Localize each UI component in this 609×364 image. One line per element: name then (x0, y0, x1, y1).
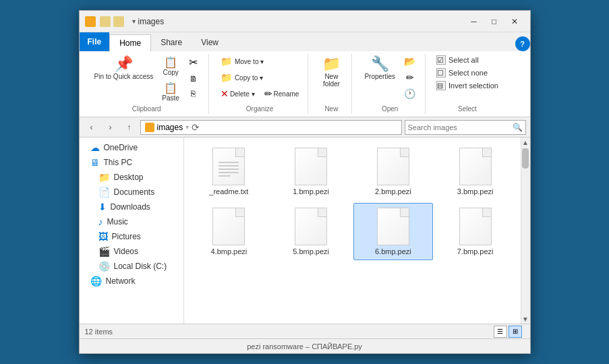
sidebar-item-thispc[interactable]: 🖥 This PC (80, 155, 183, 170)
clipboard-label: Clipboard (132, 104, 161, 114)
sidebar-item-localdisk[interactable]: 💿 Local Disk (C:) (80, 259, 183, 274)
explorer-window: ▾ images ─ □ ✕ File Home Share View ? 📌 … (79, 10, 531, 354)
file-item-file-7bmp[interactable]: 7.bmp.pezi (436, 203, 515, 260)
list-view-button[interactable]: ☰ (494, 326, 507, 338)
scrollbar[interactable]: ▲ ▼ (521, 138, 530, 324)
main-area: ☁ OneDrive 🖥 This PC 📁 Desktop 📄 Documen… (80, 138, 530, 324)
tab-home[interactable]: Home (109, 34, 151, 52)
history-icon: 🕐 (404, 88, 415, 99)
open-label: Open (382, 104, 398, 114)
close-button[interactable]: ✕ (504, 12, 525, 31)
forward-button[interactable]: › (103, 120, 119, 135)
copy-icon: 📋 (164, 56, 177, 69)
icon-view-button[interactable]: ⊞ (509, 326, 522, 338)
paste-shortcut-button[interactable]: ⎘ (184, 87, 203, 100)
ribbon-group-organize: 📁 Move to ▾ 📁 Copy to ▾ ✕ Delete ▾ ✏ (212, 54, 309, 114)
back-button[interactable]: ‹ (84, 120, 100, 135)
minimize-button[interactable]: ─ (464, 12, 484, 31)
file-icon (377, 208, 409, 245)
move-to-label: Move to ▾ (235, 58, 264, 65)
sidebar-item-desktop[interactable]: 📁 Desktop (80, 170, 183, 185)
invert-label: Invert selection (448, 82, 498, 90)
thispc-icon: 🖥 (90, 157, 100, 168)
paste-label: Paste (162, 94, 179, 102)
sidebar-label-localdisk: Local Disk (C:) (114, 262, 167, 271)
sidebar-item-onedrive[interactable]: ☁ OneDrive (80, 140, 183, 155)
file-item-file-6bmp[interactable]: 6.bmp.pezi (353, 203, 433, 260)
refresh-button[interactable]: ⟳ (192, 122, 200, 133)
file-name: 2.bmp.pezi (375, 187, 411, 195)
move-to-button[interactable]: 📁 Move to ▾ (217, 54, 271, 69)
clipboard-items: 📌 Pin to Quick access 📋 Copy 📋 Paste (90, 54, 203, 104)
rename-label: Rename (274, 90, 299, 98)
music-icon: ♪ (98, 216, 103, 227)
file-icon (212, 148, 245, 185)
select-none-button[interactable]: ☐ Select none (434, 67, 501, 79)
select-all-checkbox: ☑ (436, 55, 446, 65)
sidebar-item-pictures[interactable]: 🖼 Pictures (80, 229, 183, 244)
copy-to-button[interactable]: 📁 Copy to ▾ (217, 70, 271, 85)
help-button[interactable]: ? (515, 36, 530, 51)
invert-selection-button[interactable]: ⊟ Invert selection (434, 80, 501, 92)
ribbon: File Home Share View ? 📌 Pin to Quick ac… (80, 32, 530, 117)
open-button[interactable]: 📂 (401, 54, 419, 69)
search-input[interactable] (408, 123, 513, 131)
file-name: 6.bmp.pezi (375, 247, 411, 255)
sidebar-label-onedrive: OneDrive (104, 143, 138, 152)
scroll-up-arrow[interactable]: ▲ (521, 138, 530, 147)
copy-path-button[interactable]: 🗎 (184, 72, 203, 86)
select-all-label: Select all (448, 56, 479, 64)
address-path[interactable]: images ▾ ⟳ (140, 120, 402, 135)
pin-to-quick-access-button[interactable]: 📌 Pin to Quick access (90, 54, 158, 83)
sidebar-item-videos[interactable]: 🎬 Videos (80, 244, 183, 259)
bottom-bar: 12 items ☰ ⊞ (80, 324, 530, 338)
edit-button[interactable]: ✏ (401, 70, 419, 85)
file-name: 5.bmp.pezi (293, 247, 329, 255)
sidebar-label-network: Network (106, 276, 136, 286)
cut-button[interactable]: ✂ (184, 54, 203, 71)
localdisk-icon: 💿 (98, 261, 110, 272)
title-bar-icon (85, 16, 96, 27)
sidebar-item-network[interactable]: 🌐 Network (80, 274, 183, 289)
history-button[interactable]: 🕐 (401, 86, 419, 101)
rename-icon: ✏ (264, 88, 272, 99)
address-bar: ‹ › ↑ images ▾ ⟳ 🔍 (80, 117, 530, 138)
paste-button[interactable]: 📋 Paste (158, 80, 183, 104)
tab-file[interactable]: File (80, 32, 110, 51)
file-icon (459, 208, 492, 245)
select-none-label: Select none (448, 69, 488, 77)
rename-button[interactable]: ✏ Rename (261, 86, 303, 101)
item-count: 12 items (85, 328, 113, 336)
sidebar-item-music[interactable]: ♪ Music (80, 214, 183, 229)
file-item-file-3bmp[interactable]: 3.bmp.pezi (436, 143, 515, 200)
network-icon: 🌐 (90, 276, 102, 286)
file-item-file-2bmp[interactable]: 2.bmp.pezi (353, 143, 433, 200)
title-bar: ▾ images ─ □ ✕ (80, 11, 530, 32)
file-item-file-5bmp[interactable]: 5.bmp.pezi (271, 203, 351, 260)
new-folder-button[interactable]: 📁 Newfolder (316, 54, 346, 90)
scroll-down-arrow[interactable]: ▼ (521, 314, 530, 324)
tab-share[interactable]: Share (151, 34, 192, 51)
file-item-file-1bmp[interactable]: 1.bmp.pezi (271, 143, 351, 200)
title-bar-arrow: ▾ (132, 18, 136, 25)
file-item-file-readme[interactable]: _readme.txt (190, 143, 269, 200)
properties-button[interactable]: 🔧 Properties (360, 54, 399, 83)
tab-view[interactable]: View (192, 34, 228, 51)
path-text: images (157, 123, 183, 132)
organize-label: Organize (246, 104, 274, 114)
scroll-thumb[interactable] (522, 148, 529, 169)
file-name: 4.bmp.pezi (210, 247, 247, 255)
open-icon: 📂 (404, 56, 415, 67)
sidebar-item-documents[interactable]: 📄 Documents (80, 185, 183, 200)
file-item-file-4bmp[interactable]: 4.bmp.pezi (190, 203, 269, 260)
delete-button[interactable]: ✕ Delete ▾ (217, 86, 258, 101)
sidebar-item-downloads[interactable]: ⬇ Downloads (80, 200, 183, 214)
ribbon-group-select: ☑ Select all ☐ Select none ⊟ Invert sele… (428, 54, 506, 114)
select-label: Select (458, 104, 477, 114)
select-all-button[interactable]: ☑ Select all (434, 54, 501, 66)
maximize-button[interactable]: □ (484, 12, 504, 31)
title-bar-title: images (138, 17, 464, 26)
up-button[interactable]: ↑ (121, 120, 138, 135)
copy-button[interactable]: 📋 Copy (158, 54, 183, 78)
file-icon (295, 148, 327, 185)
